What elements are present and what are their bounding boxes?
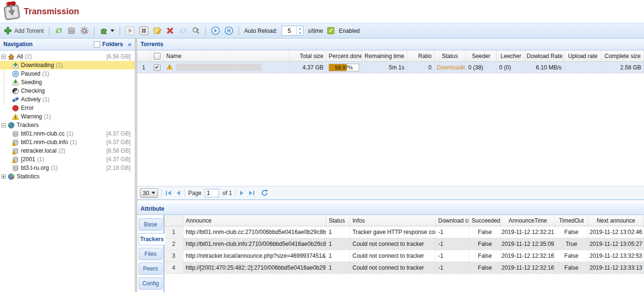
column-total-size[interactable]: Total size bbox=[290, 50, 326, 61]
pause-all-button[interactable] bbox=[224, 26, 233, 35]
svg-text:P: P bbox=[196, 28, 199, 32]
torrent-name-cell bbox=[164, 62, 290, 73]
last-page-button[interactable] bbox=[248, 190, 255, 196]
column-download-count[interactable]: Download count bbox=[436, 215, 469, 226]
attribute-header: Attribute bbox=[137, 203, 644, 215]
rename-button[interactable] bbox=[153, 27, 161, 35]
torrent-seeder: 0 (38) bbox=[466, 62, 497, 73]
sidebar-item-error[interactable]: Error bbox=[0, 104, 135, 112]
folders-checkbox[interactable] bbox=[94, 41, 100, 48]
expand-expander-icon[interactable] bbox=[1, 175, 6, 179]
sidebar-item-trackers[interactable]: Trackers bbox=[0, 121, 135, 129]
sidebar-item-checking[interactable]: Checking bbox=[0, 87, 135, 95]
torrent-checkbox[interactable]: ✔ bbox=[154, 64, 161, 71]
torrent-upload-rate bbox=[564, 62, 602, 73]
column-select-all[interactable] bbox=[151, 50, 164, 61]
torrent-percent-cell: 58.97% bbox=[326, 62, 362, 73]
start-button[interactable] bbox=[125, 26, 135, 35]
tracker-row[interactable]: 4 http://[2001:470:25:482::2]:2710/006bb… bbox=[164, 262, 644, 274]
enabled-checkbox[interactable]: ✓ bbox=[327, 27, 334, 34]
server-button[interactable] bbox=[67, 27, 76, 35]
column-upload-rate[interactable]: Upload rate bbox=[564, 50, 602, 61]
tab-trackers[interactable]: Trackers bbox=[139, 233, 165, 245]
recheck-button[interactable] bbox=[179, 27, 187, 35]
spinner-down-icon[interactable]: ▼ bbox=[297, 31, 303, 36]
tab-base[interactable]: Base bbox=[139, 218, 162, 231]
pause-button[interactable] bbox=[139, 26, 149, 35]
reload-torrents-button[interactable] bbox=[55, 27, 63, 35]
pause-icon bbox=[139, 26, 149, 35]
column-seeder[interactable]: Seeder bbox=[466, 50, 497, 61]
collapse-expander-icon[interactable] bbox=[1, 55, 6, 59]
sidebar-item-downloading[interactable]: Downloading (1) bbox=[0, 61, 135, 69]
page-of-label: of 1 bbox=[222, 190, 232, 196]
tracker-row[interactable]: 2 http://bt01.nnm-club.info:2710/006bbd5… bbox=[164, 238, 644, 250]
plugin-menu-button[interactable] bbox=[100, 27, 114, 35]
column-leecher[interactable]: Leecher bbox=[497, 50, 525, 61]
select-all-checkbox[interactable] bbox=[154, 53, 161, 59]
tracker-row[interactable]: 3 http://retracker.local/announce.php?si… bbox=[164, 250, 644, 262]
tab-config[interactable]: Config bbox=[139, 277, 162, 290]
tracker-row[interactable]: 1 http://bt01.nnm-club.cc:2710/006bbd5e0… bbox=[164, 226, 644, 238]
refresh-page-button[interactable] bbox=[261, 189, 268, 196]
collapse-sidebar-icon[interactable]: « bbox=[128, 40, 131, 48]
auto-reload-label: Auto Reload: bbox=[244, 28, 277, 34]
start-all-button[interactable] bbox=[211, 26, 220, 35]
page-size-dropdown[interactable]: 30 bbox=[140, 188, 158, 198]
remove-button[interactable] bbox=[166, 27, 174, 35]
sidebar-item-tracker-retracker[interactable]: retracker.local (2) [6.56 GB] bbox=[0, 146, 135, 155]
column-download-rate[interactable]: Dowload Rate bbox=[525, 50, 564, 61]
search-replace-button[interactable]: P bbox=[191, 27, 200, 35]
sidebar-item-warning[interactable]: Warning (1) bbox=[0, 112, 135, 121]
column-timed-out[interactable]: TimedOut bbox=[555, 215, 588, 226]
column-status[interactable]: Status bbox=[434, 50, 466, 61]
sidebar-item-tracker-bt01-info[interactable]: bt01.nnm-club.info (1) [4.37 GB] bbox=[0, 138, 135, 146]
column-remaining-time[interactable]: Remaining time bbox=[362, 50, 407, 61]
column-name[interactable]: Name bbox=[164, 50, 290, 61]
paused-icon bbox=[12, 70, 19, 78]
torrent-row[interactable]: 1 ✔ 4.37 GB 58.97% 5m 1s 0 Down bbox=[137, 62, 644, 73]
database-icon bbox=[12, 130, 19, 137]
sidebar-item-all[interactable]: All (2) [6.56 GB] bbox=[0, 52, 135, 61]
refresh-icon bbox=[55, 27, 63, 35]
auto-reload-spinner[interactable]: ▲ ▼ bbox=[282, 26, 303, 36]
tracker-next-announce: 2019-11-12 13:05:27 bbox=[588, 238, 644, 250]
first-page-button[interactable] bbox=[165, 190, 172, 196]
sidebar-item-statistics[interactable]: Statistics bbox=[0, 172, 135, 181]
auto-reload-input[interactable] bbox=[282, 26, 296, 35]
tracker-announce-time: 2019-11-12 12:35:09 bbox=[501, 238, 555, 250]
play-circle-icon bbox=[211, 26, 220, 35]
pagination-bar: 30 Page of 1 bbox=[137, 186, 644, 199]
column-infos[interactable]: Infos bbox=[350, 215, 436, 226]
tab-files[interactable]: Files bbox=[139, 248, 162, 260]
warning-icon bbox=[166, 64, 173, 71]
sidebar-item-seeding[interactable]: Seeding bbox=[0, 78, 135, 87]
tab-peers[interactable]: Peers bbox=[139, 263, 162, 275]
sidebar-item-actively[interactable]: Actively (1) bbox=[0, 95, 135, 104]
sidebar-item-tracker-bt3[interactable]: bt3.t-ru.org (1) [2.18 GB] bbox=[0, 164, 135, 172]
column-status[interactable]: Status bbox=[326, 215, 350, 226]
tracker-timed-out: True bbox=[555, 238, 588, 250]
sidebar-item-tracker-bt01-cc[interactable]: bt01.nnm-club.cc (1) [4.37 GB] bbox=[0, 129, 135, 138]
next-page-button[interactable] bbox=[239, 190, 245, 196]
column-next-announce[interactable]: Next announce bbox=[588, 215, 644, 226]
settings-button[interactable] bbox=[80, 27, 89, 35]
database-icon bbox=[12, 165, 19, 172]
sidebar-item-tracker-2001[interactable]: [2001 (1) [4.37 GB] bbox=[0, 155, 135, 164]
prev-page-button[interactable] bbox=[175, 190, 181, 196]
column-succeeded[interactable]: Succeeded bbox=[469, 215, 501, 226]
tracker-status: 1 bbox=[326, 238, 350, 250]
spinner-up-icon[interactable]: ▲ bbox=[297, 26, 303, 31]
attribute-panel: Attribute Base Trackers Files Peers Conf… bbox=[137, 203, 644, 292]
app-title: Transmission bbox=[24, 7, 79, 17]
column-percent-done[interactable]: Percent done bbox=[326, 50, 362, 61]
progress-label: 58.97% bbox=[329, 64, 359, 71]
add-torrent-button[interactable]: Add Torrent bbox=[4, 27, 44, 35]
column-complete-size[interactable]: Complete size bbox=[602, 50, 644, 61]
sidebar-item-paused[interactable]: Paused (1) bbox=[0, 69, 135, 78]
page-input[interactable] bbox=[205, 189, 219, 197]
column-ratio[interactable]: Ratio bbox=[407, 50, 434, 61]
column-announce-time[interactable]: AnnounceTime bbox=[501, 215, 555, 226]
collapse-expander-icon[interactable] bbox=[1, 123, 6, 127]
column-announce[interactable]: Announce bbox=[183, 215, 326, 226]
